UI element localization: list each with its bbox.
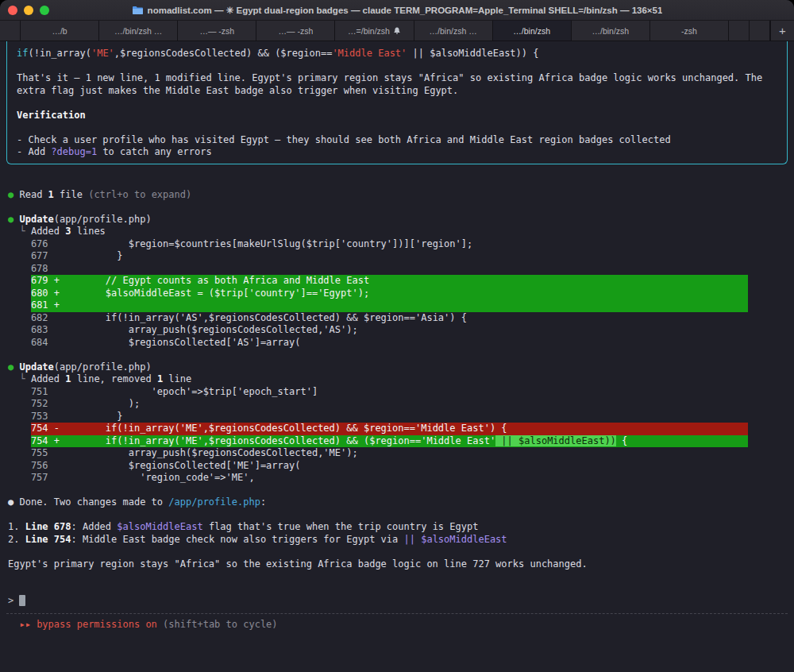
terminal-line	[17, 60, 777, 73]
text-segment: 'ME'	[91, 48, 114, 59]
text-segment: 757	[8, 472, 48, 483]
text-segment: ▸▸	[8, 619, 37, 630]
tab-label: …/bin/zsh	[513, 26, 550, 36]
text-segment: (ctrl+o to expand)	[88, 189, 191, 200]
terminal-line	[8, 485, 786, 497]
terminal-tab[interactable]	[729, 21, 750, 41]
diff-add-line: 681 +	[31, 299, 748, 312]
text-segment: line, removed	[71, 373, 157, 384]
text-segment: 681 +	[31, 299, 60, 311]
text-segment: $regionsCollected['ME']=array(	[48, 460, 301, 471]
bell-icon	[393, 27, 401, 35]
tab-strip: …/b…/bin/zsh ……— -zsh…— -zsh…=/bin/zsh…/…	[0, 21, 770, 41]
text-segment: || $alsoMiddleEast))	[495, 435, 616, 446]
terminal-line: Verification	[17, 110, 777, 122]
terminal-tab[interactable]: …/bin/zsh	[572, 21, 650, 41]
terminal-line	[8, 176, 786, 189]
text-segment: 1	[65, 373, 71, 384]
text-segment: 3	[65, 226, 71, 237]
text-segment: || $alsoMiddleEast)) {	[407, 48, 538, 59]
text-segment: Update	[19, 214, 53, 225]
text-segment: : Added	[71, 521, 117, 532]
status-bar: ▸▸ bypass permissions on (shift+tab to c…	[8, 614, 786, 631]
terminal-line: 756 $regionsCollected['ME']=array(	[8, 460, 786, 473]
text-segment: 753	[8, 411, 48, 422]
text-segment: $alsoMiddleEast	[117, 521, 202, 532]
text-segment: 678	[8, 263, 48, 274]
text-segment: );	[48, 398, 141, 409]
text-segment: 682	[8, 312, 48, 323]
terminal-tab[interactable]	[750, 21, 770, 41]
tab-label: …— -zsh	[279, 26, 314, 36]
text-segment: 'region_code'=>'ME',	[48, 472, 255, 483]
minimize-button[interactable]	[24, 6, 33, 15]
terminal-tab[interactable]: …— -zsh	[178, 21, 256, 41]
text-segment: 683	[8, 324, 48, 335]
new-tab-button[interactable]: +	[770, 21, 794, 41]
text-segment: $region=$countries[makeUrlSlug($trip['co…	[48, 238, 473, 249]
text-segment: 677	[8, 250, 48, 261]
text-segment: 755	[8, 447, 48, 458]
folder-icon	[132, 6, 144, 15]
text-cursor	[19, 595, 25, 606]
terminal-line: 680 + $alsoMiddleEast = ($trip['country'…	[8, 288, 786, 300]
text-segment: └	[8, 226, 31, 237]
text-segment: Verification	[17, 110, 86, 121]
text-segment: 754 + if(!in_array('ME',$regionsCodesCol…	[31, 435, 495, 446]
terminal-line: 757 'region_code'=>'ME',	[8, 472, 786, 485]
titlebar[interactable]: nomadlist.com — ✳ Egypt dual-region badg…	[0, 0, 794, 21]
terminal-line: 677 }	[8, 250, 786, 263]
terminal-line: 679 + // Egypt counts as both Africa and…	[8, 275, 786, 288]
text-segment: flag that's true when the trip country i…	[203, 521, 479, 532]
screen: { "titlebar": { "title": "nomadlist.com …	[0, 0, 794, 672]
status-bullet: ●	[8, 189, 19, 200]
text-segment	[157, 619, 163, 630]
text-segment: Egypt's primary region stays "Africa" so…	[8, 558, 588, 570]
text-segment: }	[48, 411, 123, 422]
terminal-line: - Add ?debug=1 to catch any errors	[17, 146, 777, 159]
terminal-tab[interactable]: …— -zsh	[256, 21, 335, 41]
prompt-chevron: >	[8, 595, 19, 606]
tool-update-stats: └ Added 1 line, removed 1 line	[8, 373, 786, 386]
terminal-line: 752 );	[8, 398, 786, 411]
text-segment: Added	[31, 373, 65, 384]
text-segment: 680 + $alsoMiddleEast = ($trip['country'…	[31, 288, 369, 299]
text-segment: ●	[8, 496, 19, 508]
terminal-content[interactable]: if(!in_array('ME',$regionsCodesCollected…	[0, 41, 794, 672]
terminal-line	[8, 570, 786, 583]
traffic-lights	[8, 0, 49, 20]
terminal-tab-active[interactable]: …/bin/zsh	[493, 21, 572, 41]
terminal-line: That's it — 1 new line, 1 modified line.…	[17, 72, 777, 85]
zoom-button[interactable]	[40, 6, 49, 15]
tool-read-summary: ● Read 1 file (ctrl+o to expand)	[8, 189, 786, 202]
terminal-line: 754 + if(!in_array('ME',$regionsCodesCol…	[8, 435, 786, 448]
terminal-tab[interactable]: -zsh	[650, 21, 729, 41]
assistant-done-line: ● Done. Two changes made to /app/profile…	[8, 496, 786, 509]
tab-label: …— -zsh	[199, 26, 234, 36]
text-segment: └	[8, 373, 31, 384]
text-segment: {	[616, 435, 627, 446]
terminal-tab[interactable]: …=/bin/zsh	[335, 21, 414, 41]
terminal-line: 684 $regionsCollected['AS']=array(	[8, 337, 786, 350]
terminal-tab[interactable]: …/bin/zsh …	[99, 21, 178, 41]
text-segment: 679 + // Egypt counts as both Africa and…	[31, 275, 369, 286]
status-bullet: ●	[8, 361, 19, 373]
text-segment: : Middle East badge check now also trigg…	[71, 534, 403, 545]
prompt-input[interactable]: >	[8, 595, 786, 608]
tab-bar: …/b…/bin/zsh ……— -zsh…— -zsh…=/bin/zsh…/…	[0, 21, 794, 41]
terminal-line: 676 $region=$countries[makeUrlSlug($trip…	[8, 238, 786, 251]
terminal-window: nomadlist.com — ✳ Egypt dual-region badg…	[0, 0, 794, 672]
close-button[interactable]	[8, 6, 17, 15]
terminal-line: 755 array_push($regionsCodesCollected,'M…	[8, 447, 786, 460]
text-segment: 1	[48, 189, 54, 200]
text-segment: :	[260, 496, 266, 508]
text-segment: extra flag just makes the Middle East ba…	[17, 85, 458, 96]
terminal-line	[17, 97, 777, 110]
terminal-tab[interactable]: …/bin/zsh …	[414, 21, 493, 41]
terminal-tab[interactable]	[0, 21, 21, 41]
terminal-tab[interactable]: …/b	[21, 21, 99, 41]
diff-add-line: 680 + $alsoMiddleEast = ($trip['country'…	[31, 288, 748, 300]
diff-add-line: 754 + if(!in_array('ME',$regionsCodesCol…	[31, 435, 748, 448]
text-segment: if	[17, 48, 28, 59]
terminal-line: 682 if(!in_array('AS',$regionsCodesColle…	[8, 312, 786, 325]
